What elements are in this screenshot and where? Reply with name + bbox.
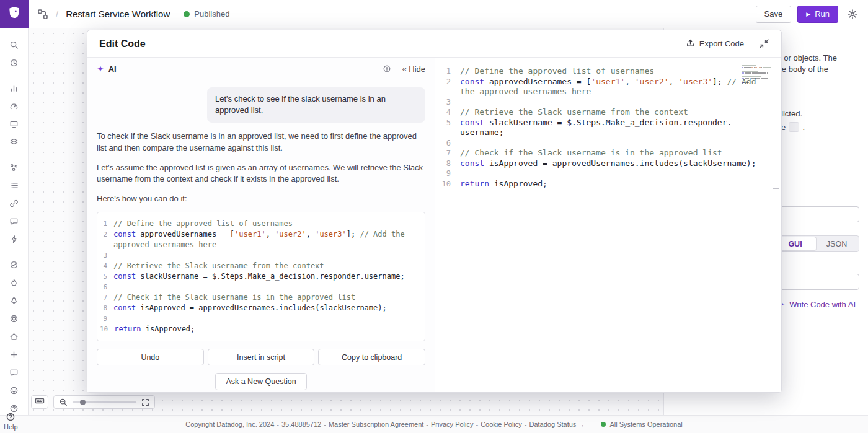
modal-header: Edit Code Export Code	[87, 30, 781, 58]
search-icon[interactable]	[5, 36, 24, 54]
plus-icon[interactable]	[5, 346, 24, 364]
line-number: 7	[100, 292, 113, 303]
target-icon[interactable]	[5, 310, 24, 328]
line-number: 3	[441, 97, 460, 108]
topbar-actions: Save ▶ Run	[756, 6, 868, 23]
footer-link[interactable]: Datadog Status →	[529, 421, 585, 428]
collapse-modal-icon[interactable]	[759, 38, 769, 49]
help-button[interactable]: Help	[4, 412, 18, 431]
line-number: 4	[100, 261, 113, 271]
editor-minimap[interactable]	[742, 65, 772, 84]
user-message-bubble: Let's check to see if the slack username…	[207, 87, 425, 123]
cluster-icon[interactable]	[5, 159, 24, 177]
line-number: 6	[100, 282, 113, 292]
keyboard-icon	[35, 396, 45, 408]
code-line: 8const isApproved = approvedUsernames.in…	[100, 303, 420, 313]
system-status[interactable]: All Systems Operational	[601, 421, 682, 428]
help-label: Help	[4, 423, 18, 431]
status-ok-dot-icon	[601, 422, 606, 427]
canvas-zoom-controls	[53, 395, 155, 409]
topbar: / Restart Service Workflow Published Sav…	[0, 0, 868, 28]
run-label: Run	[815, 9, 830, 19]
list-tree-icon[interactable]	[5, 177, 24, 195]
rocket-icon[interactable]	[5, 292, 24, 310]
save-button[interactable]: Save	[756, 6, 792, 23]
footer-separator: -	[525, 421, 527, 428]
line-number: 8	[441, 159, 460, 169]
bar-chart-icon[interactable]	[5, 79, 24, 97]
export-code-button[interactable]: Export Code	[686, 38, 744, 50]
scrollbar-marker	[773, 188, 779, 189]
ai-response-paragraph: Here's how you can do it:	[97, 193, 425, 205]
ai-assistant-panel: ✦ AI « Hide Let's check to see if the sl…	[87, 58, 435, 392]
run-button[interactable]: ▶ Run	[797, 6, 838, 23]
footer-link[interactable]: Cookie Policy	[480, 421, 522, 428]
status-footer: Copyright Datadog, Inc. 2024-35.48885712…	[0, 415, 868, 433]
footer-separator: -	[324, 421, 326, 428]
footer-link: Copyright Datadog, Inc. 2024	[185, 421, 274, 428]
flame-icon[interactable]	[5, 274, 24, 292]
footer-separator: -	[426, 421, 428, 428]
line-number: 10	[100, 324, 114, 335]
check-circle-icon[interactable]	[5, 256, 24, 274]
code-line: 9	[441, 168, 781, 179]
system-status-label: All Systems Operational	[609, 421, 682, 428]
hide-ai-panel-button[interactable]: « Hide	[402, 64, 425, 74]
hide-label: Hide	[409, 64, 425, 74]
footer-link[interactable]: Privacy Policy	[431, 421, 473, 428]
write-code-with-ai-button[interactable]: ✦ Write Code with AI	[778, 299, 856, 309]
settings-gear-icon[interactable]	[847, 9, 858, 20]
comment-icon[interactable]	[5, 212, 24, 230]
code-line: 4// Retrieve the Slack username from the…	[100, 261, 420, 271]
line-number: 4	[441, 107, 460, 118]
gauge-icon[interactable]	[5, 97, 24, 115]
datadog-logo[interactable]	[0, 0, 29, 28]
layers-icon[interactable]	[5, 133, 24, 151]
monitor-icon[interactable]	[5, 115, 24, 133]
keyboard-shortcuts-button[interactable]	[31, 395, 48, 409]
modal-body: ✦ AI « Hide Let's check to see if the sl…	[87, 58, 781, 392]
line-number: 2	[441, 77, 460, 97]
bolt-icon[interactable]	[5, 230, 24, 248]
footer-link[interactable]: 35.48885712	[281, 421, 321, 428]
code-line: 7// Check if the Slack username is in th…	[100, 292, 420, 303]
undo-button[interactable]: Undo	[97, 349, 204, 365]
ask-new-question-button[interactable]: Ask a New Question	[215, 373, 306, 390]
copy-to-clipboard-button[interactable]: Copy to clipboard	[318, 349, 425, 365]
link-icon[interactable]	[5, 195, 24, 212]
zoom-slider[interactable]	[73, 401, 136, 403]
chevron-left-double-icon: «	[402, 64, 406, 74]
export-icon	[686, 38, 695, 50]
zoom-slider-thumb[interactable]	[80, 400, 86, 405]
line-number: 3	[100, 250, 113, 261]
export-code-label: Export Code	[699, 39, 744, 48]
chat-icon[interactable]	[5, 364, 24, 382]
line-number: 10	[441, 179, 460, 190]
side-panel-text-fragment: e _ .	[781, 122, 805, 132]
history-icon[interactable]	[5, 54, 24, 72]
left-icon-sidebar	[0, 28, 29, 415]
gui-json-toggle: GUIJSON	[773, 235, 859, 252]
datadog-dog-icon	[6, 5, 22, 24]
modal-title: Edit Code	[99, 38, 146, 50]
line-number: 7	[441, 148, 460, 159]
line-number: 6	[441, 138, 460, 149]
dog-icon[interactable]	[5, 382, 24, 400]
ai-conversation: Let's check to see if the slack username…	[87, 80, 435, 392]
code-line: 4// Retrieve the Slack username from the…	[441, 107, 781, 118]
fit-screen-icon[interactable]	[141, 398, 149, 406]
info-icon[interactable]	[383, 64, 391, 73]
ai-response-paragraph: Let's assume the approved list is given …	[97, 162, 425, 186]
code-editor[interactable]: 1// Define the approved list of username…	[435, 58, 781, 392]
code-line: 8const isApproved = approvedUsernames.in…	[441, 159, 781, 169]
tab-json[interactable]: JSON	[816, 237, 857, 250]
status-badge: Published	[184, 9, 229, 19]
footer-link[interactable]: Master Subscription Agreement	[329, 421, 423, 428]
line-number: 5	[441, 118, 460, 138]
zoom-out-icon[interactable]	[59, 398, 68, 406]
insert-in-script-button[interactable]: Insert in script	[208, 349, 315, 365]
ask-row: Ask a New Question	[97, 365, 425, 390]
line-number: 9	[441, 168, 460, 179]
write-code-label: Write Code with AI	[789, 300, 856, 309]
home-icon[interactable]	[5, 328, 24, 346]
